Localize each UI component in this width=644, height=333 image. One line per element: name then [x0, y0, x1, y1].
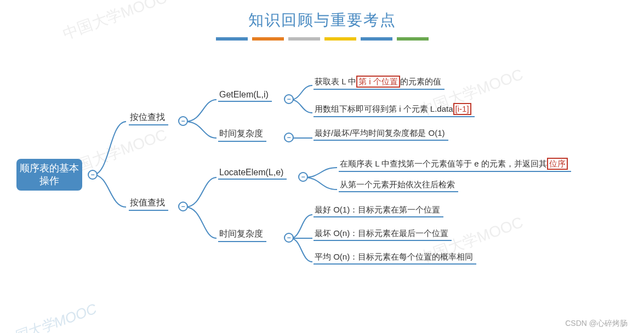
text: 获取表 L 中: [315, 77, 356, 86]
root-node[interactable]: 顺序表的基本操作: [16, 159, 82, 191]
toggle-icon[interactable]: −: [178, 116, 188, 126]
title-underline-bars: [0, 37, 644, 41]
leaf-locate-method: 从第一个元素开始依次往后检索: [339, 179, 458, 192]
csdn-watermark: CSDN @心碎烤肠: [565, 319, 628, 329]
page-title: 知识回顾与重要考点: [0, 10, 644, 31]
node-by-position[interactable]: 按位查找: [129, 111, 168, 125]
toggle-icon[interactable]: −: [88, 170, 98, 180]
toggle-icon[interactable]: −: [298, 172, 308, 182]
node-time-pos[interactable]: 时间复杂度: [218, 127, 266, 142]
highlight: 第 i 个位置: [356, 76, 400, 88]
node-time-val[interactable]: 时间复杂度: [218, 227, 266, 242]
leaf-worst: 最坏 O(n)：目标元素在最后一个位置: [314, 227, 452, 241]
highlight: 位序: [547, 158, 568, 170]
text: 在顺序表 L 中查找第一个元素值等于 e 的元素，并返回其: [340, 159, 547, 168]
toggle-icon[interactable]: −: [284, 94, 294, 104]
leaf-locate-desc: 在顺序表 L 中查找第一个元素值等于 e 的元素，并返回其位序: [339, 157, 571, 172]
leaf-get-array: 用数组下标即可得到第 i 个元素 L.data[i-1]: [314, 102, 475, 117]
node-by-value[interactable]: 按值查找: [129, 196, 168, 211]
corner-watermark: 中国大学MOOC: [0, 299, 99, 333]
toggle-icon[interactable]: −: [178, 202, 188, 211]
leaf-avg: 平均 O(n)：目标元素在每个位置的概率相同: [314, 251, 476, 265]
leaf-get-desc: 获取表 L 中第 i 个位置的元素的值: [314, 74, 444, 90]
mindmap-container: 顺序表的基本操作 − 按位查找 − 按值查找 − GetElem(L,i) − …: [16, 71, 636, 290]
node-getelem[interactable]: GetElem(L,i): [218, 89, 272, 102]
node-locateelem[interactable]: LocateElem(L,e): [218, 166, 287, 180]
highlight: [i-1]: [453, 103, 471, 115]
leaf-time-o1: 最好/最坏/平均时间复杂度都是 O(1): [314, 127, 448, 141]
text: 用数组下标即可得到第 i 个元素 L.data: [315, 104, 453, 113]
toggle-icon[interactable]: −: [284, 233, 294, 243]
leaf-best: 最好 O(1)：目标元素在第一个位置: [314, 204, 443, 217]
toggle-icon[interactable]: −: [284, 133, 294, 142]
text: 的元素的值: [400, 77, 441, 86]
